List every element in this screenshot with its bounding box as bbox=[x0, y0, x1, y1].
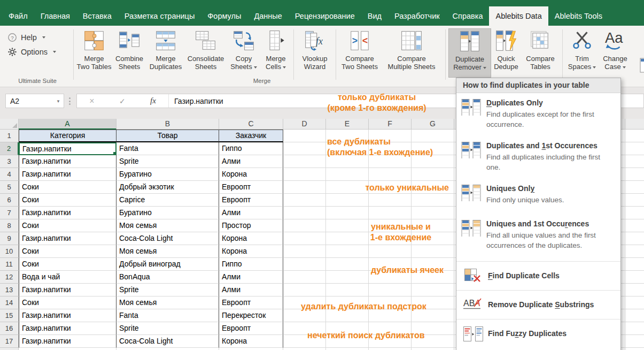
cell-C13[interactable]: Алми bbox=[219, 284, 283, 296]
cell-B3[interactable]: Sprite bbox=[117, 155, 219, 168]
cell-F6[interactable] bbox=[369, 194, 412, 207]
cell-x2[interactable] bbox=[625, 142, 644, 155]
cell-F7[interactable] bbox=[369, 207, 412, 219]
cell-C12[interactable]: Алми bbox=[219, 271, 283, 284]
cell-B11[interactable]: Добрый виноград bbox=[117, 258, 219, 271]
cell-x10[interactable] bbox=[625, 245, 644, 258]
cell-B4[interactable]: Буратино bbox=[117, 168, 219, 181]
cell-B14[interactable]: Моя семья bbox=[117, 296, 219, 309]
row-header-4[interactable]: 4 bbox=[0, 168, 19, 181]
enter-icon[interactable]: ✓ bbox=[119, 97, 126, 105]
cell-A18[interactable] bbox=[19, 348, 117, 350]
cell-C7[interactable]: Алми bbox=[219, 207, 283, 219]
cell-B15[interactable]: Fanta bbox=[117, 309, 219, 322]
tab-ablebits-data[interactable]: Ablebits Data bbox=[489, 6, 548, 26]
cell-x16[interactable] bbox=[625, 322, 644, 335]
column-header-E[interactable]: E bbox=[326, 119, 369, 130]
cell-C14[interactable]: Евроопт bbox=[219, 296, 283, 309]
cell-E18[interactable] bbox=[326, 348, 369, 350]
cell-C6[interactable]: Евроопт bbox=[219, 194, 283, 207]
tab-ablebits-tools[interactable]: Ablebits Tools bbox=[548, 6, 609, 26]
vlookup-wizard-button[interactable]: fxVlookupWizard bbox=[297, 28, 333, 78]
trim-spaces-button[interactable]: TrimSpaces bbox=[565, 28, 599, 78]
row-header-9[interactable]: 9 bbox=[0, 232, 19, 245]
cell-A13[interactable]: Газир.напитки bbox=[19, 284, 117, 296]
cell-C5[interactable]: Евроопт bbox=[219, 181, 283, 194]
cell-A8[interactable]: Соки bbox=[19, 219, 117, 232]
cell-C10[interactable]: Корона bbox=[219, 245, 283, 258]
cell-A15[interactable]: Газир.напитки bbox=[19, 309, 117, 322]
cell-C1[interactable]: Заказчик bbox=[219, 130, 283, 142]
tab-главная[interactable]: Главная bbox=[34, 6, 76, 26]
cell-F4[interactable] bbox=[369, 168, 412, 181]
cell-A1[interactable]: Категория bbox=[19, 130, 117, 142]
cell-C18[interactable] bbox=[219, 348, 283, 350]
cell-D9[interactable] bbox=[283, 232, 326, 245]
cell-x6[interactable] bbox=[625, 194, 644, 207]
cell-D6[interactable] bbox=[283, 194, 326, 207]
tab-справка[interactable]: Справка bbox=[446, 6, 490, 26]
cell-G4[interactable] bbox=[412, 168, 454, 181]
cell-x7[interactable] bbox=[625, 207, 644, 219]
cell-x17[interactable] bbox=[625, 335, 644, 348]
tab-рецензирование[interactable]: Рецензирование bbox=[289, 6, 361, 26]
cell-G7[interactable] bbox=[412, 207, 454, 219]
quick-dedupe-button[interactable]: QuickDedupe bbox=[491, 28, 521, 78]
row-header-8[interactable]: 8 bbox=[0, 219, 19, 232]
cell-C9[interactable]: Корона bbox=[219, 232, 283, 245]
cell-B18[interactable] bbox=[117, 348, 219, 350]
cell-D12[interactable] bbox=[283, 271, 326, 284]
tab-формулы[interactable]: Формулы bbox=[201, 6, 247, 26]
cell-A4[interactable]: Газир.напитки bbox=[19, 168, 117, 181]
cell-A11[interactable]: Соки bbox=[19, 258, 117, 271]
merge-duplicates-button[interactable]: MergeDuplicates bbox=[146, 28, 185, 78]
cell-B1[interactable]: Товар bbox=[117, 130, 219, 142]
row-header-17[interactable]: 17 bbox=[0, 335, 19, 348]
cell-F10[interactable] bbox=[369, 245, 412, 258]
row-header-1[interactable]: 1 bbox=[0, 130, 19, 142]
options-menu[interactable]: Options bbox=[7, 44, 56, 59]
cell-G10[interactable] bbox=[412, 245, 454, 258]
cell-G13[interactable] bbox=[412, 284, 454, 296]
select-all-corner[interactable] bbox=[0, 119, 19, 130]
cell-F18[interactable] bbox=[369, 348, 412, 350]
column-header-C[interactable]: C bbox=[219, 119, 283, 130]
row-header-6[interactable]: 6 bbox=[0, 194, 19, 207]
cell-A12[interactable]: Вода и чай bbox=[19, 271, 117, 284]
row-header-10[interactable]: 10 bbox=[0, 245, 19, 258]
column-header-x8[interactable] bbox=[625, 119, 644, 130]
row-header-16[interactable]: 16 bbox=[0, 322, 19, 335]
cell-A6[interactable]: Соки bbox=[19, 194, 117, 207]
row-header-11[interactable]: 11 bbox=[0, 258, 19, 271]
cell-E4[interactable] bbox=[326, 168, 369, 181]
name-box[interactable]: A2 ▾ bbox=[5, 94, 64, 108]
cell-x12[interactable] bbox=[625, 271, 644, 284]
menu-item-duplicates-only[interactable]: Duplicates OnlyFind duplicates except fo… bbox=[456, 93, 620, 136]
tab-вставка[interactable]: Вставка bbox=[76, 6, 118, 26]
cell-x1[interactable] bbox=[625, 130, 644, 142]
copy-sheets-button[interactable]: CopySheets bbox=[227, 28, 261, 78]
row-header-14[interactable]: 14 bbox=[0, 296, 19, 309]
cell-x18[interactable] bbox=[625, 348, 644, 350]
cell-B7[interactable]: Буратино bbox=[117, 207, 219, 219]
change-case-button[interactable]: AaChangeCase bbox=[599, 28, 632, 78]
cell-x9[interactable] bbox=[625, 232, 644, 245]
tab-разметка-страницы[interactable]: Разметка страницы bbox=[118, 6, 201, 26]
row-header-12[interactable]: 12 bbox=[0, 271, 19, 284]
cell-C8[interactable]: Простор bbox=[219, 219, 283, 232]
row-header-18[interactable]: 18 bbox=[0, 348, 19, 350]
menu-item-find-duplicate-cells[interactable]: Find Duplicate Cells bbox=[456, 262, 620, 290]
cancel-icon[interactable]: × bbox=[89, 96, 94, 106]
row-header-5[interactable]: 5 bbox=[0, 181, 19, 194]
cell-B2[interactable]: Fanta bbox=[117, 142, 219, 155]
menu-item-uniques-and-1st-occurences[interactable]: Uniques and 1st OccurencesFind all uniqu… bbox=[456, 214, 620, 261]
menu-item-uniques-only[interactable]: Uniques OnlyFind only unique values. bbox=[456, 179, 620, 214]
cell-A2[interactable]: Газир.напитки bbox=[19, 142, 117, 155]
cell-B12[interactable]: BonAqua bbox=[117, 271, 219, 284]
cell-D1[interactable] bbox=[283, 130, 326, 142]
cell-G6[interactable] bbox=[412, 194, 454, 207]
cell-x5[interactable] bbox=[625, 181, 644, 194]
cell-C17[interactable]: Корона bbox=[219, 335, 283, 348]
cell-A10[interactable]: Соки bbox=[19, 245, 117, 258]
tab-разработчик[interactable]: Разработчик bbox=[388, 6, 446, 26]
